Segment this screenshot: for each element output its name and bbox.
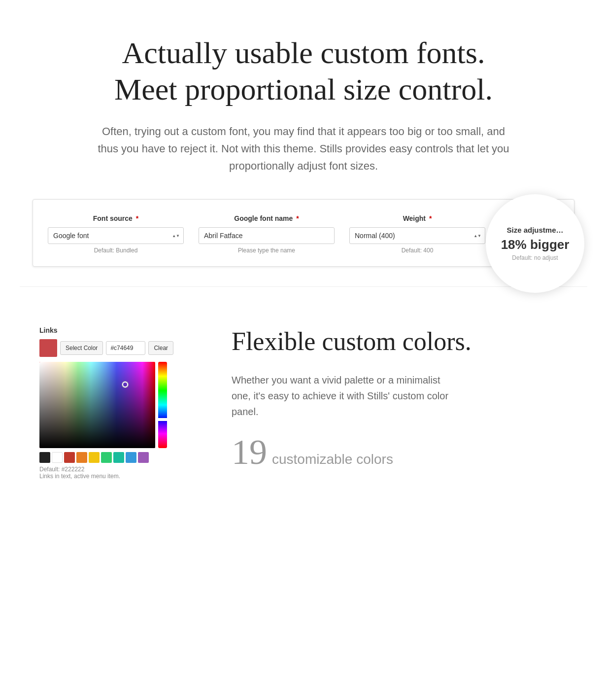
color-picker-panel: Links Select Color Clear xyxy=(39,326,192,480)
weight-label: Weight * xyxy=(349,214,485,222)
weight-select[interactable]: Normal (400) xyxy=(349,227,485,244)
swatch-black[interactable] xyxy=(39,452,50,463)
fonts-headline: Actually usable custom fonts. Meet propo… xyxy=(20,35,587,108)
color-default-text: Default: #222222 xyxy=(39,466,192,473)
swatch-yellow[interactable] xyxy=(89,452,100,463)
colors-headline: Flexible custom colors. xyxy=(232,326,568,357)
weight-default: Default: 400 xyxy=(349,247,485,254)
colors-count: 19 customizable colors xyxy=(232,434,568,470)
google-font-name-default: Please type the name xyxy=(199,247,335,254)
swatch-red[interactable] xyxy=(64,452,75,463)
swatch-white[interactable] xyxy=(52,452,63,463)
swatch-teal[interactable] xyxy=(113,452,124,463)
hue-slider-thumb xyxy=(158,418,167,421)
color-hex-input[interactable] xyxy=(106,341,145,355)
colors-count-number: 19 xyxy=(232,434,267,470)
bubble-default: Default: no adjust xyxy=(512,254,558,261)
colors-section: Links Select Color Clear xyxy=(0,287,607,519)
swatch-orange[interactable] xyxy=(76,452,87,463)
weight-field: Weight * Normal (400) Default: 400 xyxy=(349,214,485,254)
gradient-cursor xyxy=(122,382,128,387)
color-swatch-preview xyxy=(39,339,57,357)
colors-count-label: customizable colors xyxy=(272,452,393,467)
font-source-select-wrapper[interactable]: Google font xyxy=(48,227,184,244)
font-source-label: Font source * xyxy=(48,214,184,222)
color-gradient-container[interactable] xyxy=(39,362,192,448)
select-color-button[interactable]: Select Color xyxy=(60,341,103,355)
weight-select-wrapper[interactable]: Normal (400) xyxy=(349,227,485,244)
hue-slider[interactable] xyxy=(158,362,167,448)
swatch-green[interactable] xyxy=(101,452,112,463)
clear-color-button[interactable]: Clear xyxy=(148,341,173,355)
google-font-name-label: Google font name * xyxy=(199,214,335,222)
color-picker-title: Links xyxy=(39,326,192,334)
fonts-description: Often, trying out a custom font, you may… xyxy=(94,123,513,175)
google-font-name-field: Google font name * Please type the name xyxy=(199,214,335,254)
font-source-field: Font source * Google font Default: Bundl… xyxy=(48,214,184,254)
size-adjustment-bubble: Size adjustme… 18% bigger Default: no ad… xyxy=(486,194,584,293)
font-source-select[interactable]: Google font xyxy=(48,227,184,244)
swatch-purple[interactable] xyxy=(138,452,149,463)
fonts-section: Actually usable custom fonts. Meet propo… xyxy=(0,0,607,286)
font-source-default: Default: Bundled xyxy=(48,247,184,254)
swatch-blue[interactable] xyxy=(126,452,136,463)
color-picker-controls: Select Color Clear xyxy=(39,339,192,357)
font-panel-wrapper: Font source * Google font Default: Bundl… xyxy=(33,199,574,267)
colors-description: Whether you want a vivid palette or a mi… xyxy=(232,372,458,420)
bubble-title: Size adjustme… xyxy=(506,226,563,234)
google-font-name-input[interactable] xyxy=(199,227,335,244)
bubble-value: 18% bigger xyxy=(501,237,570,252)
color-links-subtext: Links in text, active menu item. xyxy=(39,473,192,480)
color-swatches-row xyxy=(39,452,192,463)
colors-text: Flexible custom colors. Whether you want… xyxy=(232,326,568,469)
color-gradient-display[interactable] xyxy=(39,362,155,448)
